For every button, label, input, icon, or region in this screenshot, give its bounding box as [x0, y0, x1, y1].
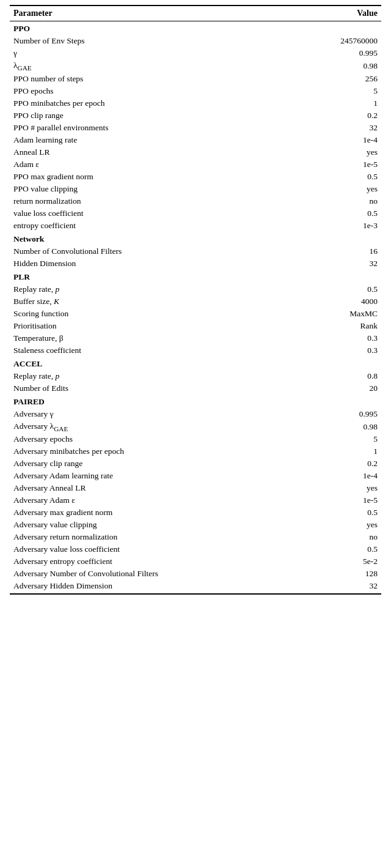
row-parameter: Adversary Adam learning rate [10, 470, 298, 482]
row-value: Rank [298, 320, 382, 332]
row-parameter: PPO # parallel environments [10, 122, 298, 134]
row-parameter: Adversary value loss coefficient [10, 543, 298, 555]
row-value: 1 [298, 97, 382, 109]
table-row: Adam learning rate1e-4 [10, 134, 381, 146]
section-label: PLR [10, 270, 381, 283]
row-parameter: Adversary epochs [10, 433, 298, 445]
table-row: Number of Convolutional Filters16 [10, 245, 381, 258]
row-parameter: Buffer size, K [10, 295, 298, 308]
table-row: Buffer size, K4000 [10, 295, 381, 308]
row-value: 5e-2 [298, 555, 382, 568]
row-value: 0.98 [298, 59, 382, 73]
table-row: Adversary value loss coefficient0.5 [10, 543, 381, 555]
row-value: 0.3 [298, 332, 382, 344]
row-parameter: Number of Convolutional Filters [10, 245, 298, 258]
row-parameter: Adversary γ [10, 408, 298, 420]
row-parameter: PPO max gradient norm [10, 171, 298, 183]
row-value: 32 [298, 122, 382, 134]
table-row: Staleness coefficient0.3 [10, 344, 381, 357]
row-parameter: PPO value clipping [10, 183, 298, 195]
row-value: 245760000 [298, 35, 382, 47]
section-label: ACCEL [10, 357, 381, 370]
row-value: 1e-4 [298, 470, 382, 482]
row-parameter: Replay rate, p [10, 283, 298, 295]
row-parameter: PPO epochs [10, 85, 298, 97]
table-row: Adversary clip range0.2 [10, 458, 381, 470]
section-header-row: PPO [10, 21, 381, 35]
table-row: Temperature, β0.3 [10, 332, 381, 344]
row-parameter: Adversary minibatches per epoch [10, 445, 298, 458]
table-row: Adversary minibatches per epoch1 [10, 445, 381, 458]
row-value: 1 [298, 445, 382, 458]
row-value: 1e-5 [298, 158, 382, 171]
row-value: 5 [298, 433, 382, 445]
table-row: Adversary value clippingyes [10, 519, 381, 531]
row-parameter: Adversary entropy coefficient [10, 555, 298, 568]
table-row: PPO epochs5 [10, 85, 381, 97]
row-parameter: Adversary value clipping [10, 519, 298, 531]
row-parameter: Adam ε [10, 158, 298, 171]
parameters-table-container: Parameter Value PPONumber of Env Steps24… [0, 0, 391, 599]
row-parameter: Temperature, β [10, 332, 298, 344]
row-value: MaxMC [298, 308, 382, 320]
table-row: Number of Edits20 [10, 382, 381, 395]
table-row: return normalizationno [10, 195, 381, 207]
table-row: Adversary Hidden Dimension32 [10, 580, 381, 594]
parameters-table: Parameter Value PPONumber of Env Steps24… [10, 5, 381, 595]
section-header-row: ACCEL [10, 357, 381, 370]
table-row: Adam ε1e-5 [10, 158, 381, 171]
table-row: Adversary return normalizationno [10, 531, 381, 543]
row-value: 20 [298, 382, 382, 395]
table-row: Adversary Adam ε1e-5 [10, 494, 381, 506]
row-value: 0.2 [298, 458, 382, 470]
row-value: no [298, 531, 382, 543]
row-parameter: Adversary λGAE [10, 420, 298, 434]
table-row: Hidden Dimension32 [10, 258, 381, 270]
row-parameter: Staleness coefficient [10, 344, 298, 357]
table-row: PPO minibatches per epoch1 [10, 97, 381, 109]
row-parameter: Prioritisation [10, 320, 298, 332]
row-value: 0.5 [298, 207, 382, 220]
table-row: Number of Env Steps245760000 [10, 35, 381, 47]
table-row: Replay rate, p0.5 [10, 283, 381, 295]
row-value: 16 [298, 245, 382, 258]
row-parameter: Adversary Number of Convolutional Filter… [10, 568, 298, 580]
header-value: Value [298, 6, 382, 21]
row-value: no [298, 195, 382, 207]
row-value: 4000 [298, 295, 382, 308]
row-parameter: Adam learning rate [10, 134, 298, 146]
row-parameter: Hidden Dimension [10, 258, 298, 270]
row-parameter: entropy coefficient [10, 220, 298, 232]
row-parameter: Adversary max gradient norm [10, 506, 298, 519]
row-value: 0.5 [298, 506, 382, 519]
section-label: PPO [10, 21, 381, 35]
row-value: 1e-5 [298, 494, 382, 506]
row-value: 256 [298, 73, 382, 85]
table-row: Scoring functionMaxMC [10, 308, 381, 320]
table-row: γ0.995 [10, 47, 381, 59]
table-row: Anneal LRyes [10, 146, 381, 158]
row-value: 0.5 [298, 543, 382, 555]
section-label: Network [10, 232, 381, 245]
table-row: Adversary Adam learning rate1e-4 [10, 470, 381, 482]
row-parameter: PPO clip range [10, 109, 298, 122]
section-header-row: PLR [10, 270, 381, 283]
table-row: Adversary γ0.995 [10, 408, 381, 420]
table-row: PPO clip range0.2 [10, 109, 381, 122]
row-value: 0.995 [298, 47, 382, 59]
row-value: yes [298, 519, 382, 531]
row-value: 32 [298, 580, 382, 594]
row-parameter: Scoring function [10, 308, 298, 320]
row-parameter: Adversary Hidden Dimension [10, 580, 298, 594]
table-body: PPONumber of Env Steps245760000γ0.995λGA… [10, 21, 381, 595]
row-parameter: Replay rate, p [10, 370, 298, 382]
table-row: Adversary epochs5 [10, 433, 381, 445]
row-value: 0.98 [298, 420, 382, 434]
table-row: PPO # parallel environments32 [10, 122, 381, 134]
row-parameter: PPO number of steps [10, 73, 298, 85]
row-value: 0.995 [298, 408, 382, 420]
row-value: 0.3 [298, 344, 382, 357]
row-parameter: Adversary Adam ε [10, 494, 298, 506]
section-header-row: Network [10, 232, 381, 245]
table-row: PPO value clippingyes [10, 183, 381, 195]
